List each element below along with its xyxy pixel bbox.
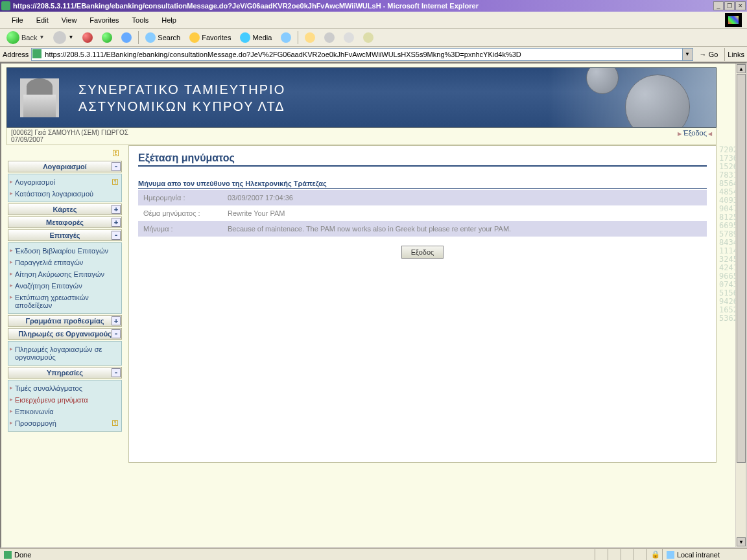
menu-tools[interactable]: Tools [126, 14, 156, 27]
search-icon [145, 32, 156, 43]
ie-icon [1, 1, 10, 10]
mail-icon [305, 32, 315, 43]
discuss-icon [363, 32, 374, 43]
chevron-down-icon: ▼ [39, 34, 44, 40]
refresh-icon [102, 32, 112, 43]
window-title: https://208.5.3.111/EBanking/ebanking/co… [13, 2, 713, 10]
history-icon [281, 32, 291, 43]
windows-logo [725, 13, 742, 27]
address-label: Address [3, 51, 29, 58]
address-input[interactable] [31, 48, 682, 61]
menu-edit[interactable]: Edit [30, 14, 55, 27]
media-button[interactable]: Media [236, 30, 276, 45]
go-button[interactable]: → Go [696, 49, 722, 60]
home-button[interactable] [117, 30, 136, 45]
menubar: File Edit View Favorites Tools Help [0, 12, 747, 29]
history-button[interactable] [277, 30, 295, 45]
window-titlebar: https://208.5.3.111/EBanking/ebanking/co… [0, 0, 747, 12]
home-icon [121, 32, 132, 43]
mail-button[interactable] [301, 30, 319, 45]
forward-icon [53, 31, 66, 44]
back-button[interactable]: Back ▼ [3, 29, 48, 46]
stop-icon [82, 32, 93, 43]
menu-view[interactable]: View [55, 14, 84, 27]
menu-favorites[interactable]: Favorites [83, 14, 125, 27]
search-button[interactable]: Search [141, 30, 184, 45]
address-dropdown[interactable]: ▼ [683, 48, 693, 61]
restore-button[interactable]: ❐ [724, 1, 735, 10]
forward-button[interactable]: ▼ [49, 29, 77, 46]
toolbar: Back ▼ ▼ Search Favorites Media [0, 29, 747, 47]
print-button[interactable] [320, 30, 338, 45]
edit-icon [344, 32, 354, 43]
print-icon [324, 32, 335, 43]
chevron-down-icon: ▼ [68, 34, 73, 40]
minimize-button[interactable]: _ [713, 1, 724, 10]
menu-help[interactable]: Help [155, 14, 183, 27]
address-bar: Address ▼ → Go Links [0, 47, 747, 62]
close-button[interactable]: ✕ [735, 1, 746, 10]
favorites-button[interactable]: Favorites [185, 30, 235, 45]
star-icon [189, 32, 200, 43]
edit-button[interactable] [340, 30, 358, 45]
page-icon [32, 49, 42, 58]
media-icon [240, 32, 250, 43]
refresh-button[interactable] [98, 30, 116, 45]
back-icon [6, 31, 19, 44]
links-button[interactable]: Links [728, 51, 744, 58]
stop-button[interactable] [78, 30, 97, 45]
menu-file[interactable]: File [5, 14, 30, 27]
discuss-button[interactable] [359, 30, 377, 45]
